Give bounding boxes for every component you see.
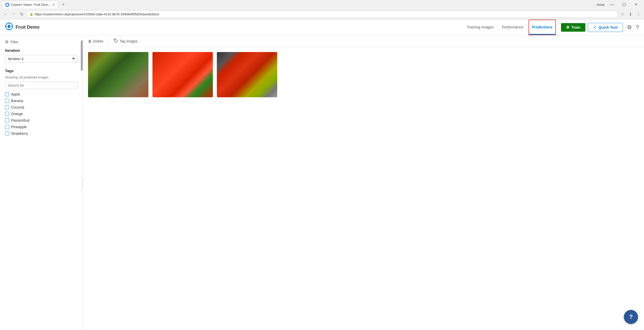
sidebar-collapse-button[interactable]: ‹: [82, 178, 83, 188]
iteration-select[interactable]: Iteration 4 Iteration 3 Iteration 2 Iter…: [5, 55, 78, 63]
bookmark-button[interactable]: ☆: [619, 11, 626, 18]
tag-item-apple[interactable]: Apple: [5, 92, 78, 96]
minimize-button[interactable]: —: [606, 1, 618, 8]
back-button[interactable]: ←: [2, 11, 9, 18]
maximize-button[interactable]: ☐: [618, 1, 630, 8]
tag-item-banana[interactable]: Banana: [5, 99, 78, 103]
browser-toolbar-actions: ☆ ℹ ⋮: [619, 11, 642, 18]
nav-training-images[interactable]: Training Images: [463, 19, 498, 35]
app-logo: Fruit Demo: [5, 22, 39, 32]
window-controls: — ☐ ×: [606, 1, 642, 8]
delete-icon: 🗑: [88, 39, 92, 43]
tags-search-input[interactable]: [5, 82, 78, 89]
browser-tab[interactable]: Custom Vision: Fruit Dem... ×: [2, 1, 58, 8]
tags-title: Tags: [5, 69, 78, 73]
nav-predictions-wrapper: Predictions: [529, 20, 556, 35]
iteration-title: Iteration: [5, 48, 78, 53]
tab-close-button[interactable]: ×: [52, 3, 55, 7]
tags-section: Tags Showing: all predicted images Apple…: [5, 69, 78, 135]
content-toolbar: 🗑 Delete Tag images: [83, 35, 644, 47]
browser-toolbar: ← → ↻ 🔒 https://customvision.ai/projects…: [0, 9, 644, 19]
tag-label-strawberry: Strawberry: [11, 131, 28, 135]
sidebar-scrollbar[interactable]: [81, 40, 83, 71]
tag-item-passionfruit[interactable]: Passionfruit: [5, 118, 78, 122]
tag-checkbox-strawberry[interactable]: [5, 131, 9, 135]
tag-item-pineapple[interactable]: Pineapple: [5, 125, 78, 129]
train-icon: ⚙: [566, 25, 569, 30]
svg-point-7: [114, 39, 115, 40]
checkmark-icon: ✓: [593, 25, 596, 30]
secure-icon: 🔒: [29, 12, 33, 16]
settings-icon[interactable]: ⚙: [627, 24, 632, 31]
close-button[interactable]: ×: [630, 1, 642, 8]
image-card-apple[interactable]: [217, 52, 277, 97]
browser-chrome: Custom Vision: Fruit Dem... × + Anna — ☐…: [0, 0, 644, 19]
tags-subtitle: Showing: all predicted images: [5, 75, 78, 79]
tag-item-orange[interactable]: Orange: [5, 112, 78, 116]
quick-test-button[interactable]: ✓ Quick Test: [588, 23, 623, 32]
nav-performance[interactable]: Performance: [498, 19, 528, 35]
nav-predictions[interactable]: Predictions: [529, 20, 556, 35]
filter-icon: ⚙: [5, 39, 9, 44]
tag-images-action[interactable]: Tag images: [113, 38, 138, 44]
images-grid: [83, 47, 644, 102]
tag-label-passionfruit: Passionfruit: [11, 118, 29, 122]
new-tab-button[interactable]: +: [60, 1, 67, 8]
app-nav: Training Images Performance Predictions: [463, 19, 557, 35]
tag-checkbox-coconut[interactable]: [5, 105, 9, 109]
tag-label-coconut: Coconut: [11, 105, 24, 109]
image-card-pineapple[interactable]: [88, 52, 148, 97]
tag-item-strawberry[interactable]: Strawberry: [5, 131, 78, 135]
tag-checkbox-passionfruit[interactable]: [5, 118, 9, 122]
tag-label-pineapple: Pineapple: [11, 125, 27, 129]
tab-title: Custom Vision: Fruit Dem...: [11, 3, 51, 7]
address-url: https://customvision.ai/projects/ec4105d…: [35, 12, 615, 16]
main-layout: ⚙ Filter Iteration Iteration 4 Iteration…: [0, 35, 644, 330]
tag-label-apple: Apple: [11, 92, 20, 96]
user-name: Anna: [597, 3, 604, 7]
tag-checkbox-pineapple[interactable]: [5, 125, 9, 129]
browser-titlebar: Custom Vision: Fruit Dem... × + Anna — ☐…: [0, 0, 644, 9]
svg-point-0: [6, 4, 9, 6]
train-button[interactable]: ⚙ Train: [561, 23, 585, 32]
help-icon[interactable]: ?: [636, 24, 639, 31]
filter-section[interactable]: ⚙ Filter: [5, 39, 78, 44]
app-header: Fruit Demo Training Images Performance P…: [0, 19, 644, 35]
tag-checkbox-apple[interactable]: [5, 92, 9, 96]
app-title: Fruit Demo: [16, 25, 39, 30]
address-bar[interactable]: 🔒 https://customvision.ai/projects/ec410…: [26, 10, 618, 18]
image-card-strawberry[interactable]: [152, 52, 213, 97]
info-button[interactable]: ℹ: [627, 11, 634, 18]
toolbar-separator: [108, 39, 108, 44]
tag-item-coconut[interactable]: Coconut: [5, 105, 78, 109]
tag-label-orange: Orange: [11, 112, 23, 116]
refresh-button[interactable]: ↻: [18, 11, 25, 18]
help-bubble-button[interactable]: ?: [624, 310, 638, 324]
menu-button[interactable]: ⋮: [635, 11, 642, 18]
svg-point-2: [8, 25, 11, 28]
tab-favicon: [5, 3, 9, 7]
app-logo-icon: [5, 22, 13, 32]
sidebar: ⚙ Filter Iteration Iteration 4 Iteration…: [0, 35, 83, 330]
tag-icon: [113, 38, 118, 44]
tag-checkbox-orange[interactable]: [5, 112, 9, 116]
tag-label-banana: Banana: [11, 99, 23, 103]
tag-checkbox-banana[interactable]: [5, 99, 9, 103]
content-area: 🗑 Delete Tag images: [83, 35, 644, 330]
forward-button[interactable]: →: [10, 11, 17, 18]
delete-action[interactable]: 🗑 Delete: [88, 39, 103, 43]
